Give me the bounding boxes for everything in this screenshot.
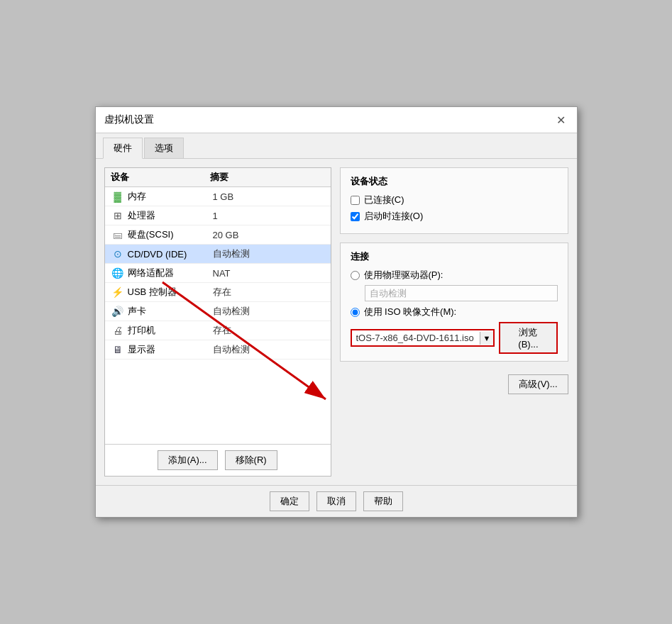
table-row[interactable]: 🖥 显示器 自动检测 <box>105 340 331 360</box>
table-row[interactable]: 🔊 声卡 自动检测 <box>105 302 331 321</box>
use-physical-label: 使用物理驱动器(P): <box>364 269 444 282</box>
iso-radio-row: 使用 ISO 映像文件(M): <box>351 306 558 318</box>
iso-file-row: ▼ 浏览(B)... <box>351 322 558 354</box>
device-summary-audio: 自动检测 <box>213 305 325 318</box>
col-header-summary: 摘要 <box>210 171 325 184</box>
hdd-icon: 🖴 <box>111 229 125 240</box>
connected-row: 已连接(C) <box>351 194 558 206</box>
table-row-cddvd[interactable]: ⊙ CD/DVD (IDE) 自动检测 <box>105 245 331 264</box>
device-name-display: 显示器 <box>128 343 213 356</box>
device-summary-cddvd: 自动检测 <box>213 247 325 260</box>
device-summary-printer: 存在 <box>213 324 325 337</box>
bottom-bar: 确定 取消 帮助 <box>96 485 577 517</box>
device-status-title: 设备状态 <box>351 175 558 188</box>
memory-icon: ▓ <box>111 191 125 202</box>
left-bottom-bar: 添加(A)... 移除(R) <box>105 444 331 476</box>
connection-section: 连接 使用物理驱动器(P): 自动检测 <box>340 243 568 362</box>
connect-on-start-row: 启动时连接(O) <box>351 210 558 223</box>
table-row[interactable]: ⊞ 处理器 1 <box>105 206 331 225</box>
device-summary-hdd: 20 GB <box>213 230 325 240</box>
device-name-usb: USB 控制器 <box>128 286 213 299</box>
device-table: 设备 摘要 ▓ 内存 1 GB ⊞ 处理器 1 <box>105 168 331 444</box>
table-row[interactable]: ⚡ USB 控制器 存在 <box>105 283 331 302</box>
cancel-button[interactable]: 取消 <box>316 491 356 511</box>
content-area: 设备 摘要 ▓ 内存 1 GB ⊞ 处理器 1 <box>96 159 577 485</box>
tab-options[interactable]: 选项 <box>144 138 184 158</box>
advanced-button[interactable]: 高级(V)... <box>508 374 568 394</box>
device-summary-display: 自动检测 <box>213 343 325 356</box>
connect-on-start-label: 启动时连接(O) <box>364 210 424 223</box>
device-summary-cpu: 1 <box>213 211 325 221</box>
device-name-net: 网络适配器 <box>128 267 213 279</box>
device-name-hdd: 硬盘(SCSI) <box>128 228 213 241</box>
tab-hardware[interactable]: 硬件 <box>103 138 143 159</box>
device-name-audio: 声卡 <box>128 305 213 318</box>
table-row[interactable]: 🌐 网络适配器 NAT <box>105 264 331 283</box>
remove-button[interactable]: 移除(R) <box>225 450 277 470</box>
display-icon: 🖥 <box>111 344 125 355</box>
table-row[interactable]: 🖴 硬盘(SCSI) 20 GB <box>105 225 331 245</box>
connection-title: 连接 <box>351 250 558 263</box>
physical-drive-dropdown[interactable]: 自动检测 <box>365 285 558 301</box>
connected-checkbox[interactable] <box>351 196 360 205</box>
dialog-title: 虚拟机设置 <box>104 113 154 126</box>
device-name-printer: 打印机 <box>128 324 213 337</box>
physical-dropdown-wrapper: 自动检测 <box>365 285 558 301</box>
use-physical-radio[interactable] <box>351 271 360 280</box>
usb-icon: ⚡ <box>111 286 125 298</box>
col-header-device: 设备 <box>111 171 210 184</box>
use-iso-radio[interactable] <box>351 308 360 317</box>
table-header: 设备 摘要 <box>105 168 331 187</box>
device-name-cddvd: CD/DVD (IDE) <box>128 249 213 260</box>
printer-icon: 🖨 <box>111 325 125 336</box>
help-button[interactable]: 帮助 <box>363 491 403 511</box>
add-button[interactable]: 添加(A)... <box>158 450 217 470</box>
browse-button[interactable]: 浏览(B)... <box>499 322 557 354</box>
physical-drive-row: 使用物理驱动器(P): <box>351 269 558 282</box>
cpu-icon: ⊞ <box>111 210 125 221</box>
device-summary-memory: 1 GB <box>213 191 325 202</box>
device-name-cpu: 处理器 <box>128 209 213 222</box>
advanced-row: 高级(V)... <box>340 374 568 394</box>
iso-input-wrapper: ▼ <box>351 329 495 347</box>
connect-on-start-checkbox[interactable] <box>351 212 360 221</box>
use-iso-label: 使用 ISO 映像文件(M): <box>364 306 457 318</box>
net-icon: 🌐 <box>111 267 125 279</box>
ok-button[interactable]: 确定 <box>270 491 309 511</box>
title-bar: 虚拟机设置 ✕ <box>96 107 577 133</box>
table-row[interactable]: ▓ 内存 1 GB <box>105 187 331 206</box>
connected-label: 已连接(C) <box>364 194 404 206</box>
tabs-bar: 硬件 选项 <box>96 133 577 159</box>
right-panel: 设备状态 已连接(C) 启动时连接(O) 连接 <box>340 167 568 477</box>
device-name-memory: 内存 <box>128 190 213 203</box>
table-row[interactable]: 🖨 打印机 存在 <box>105 321 331 340</box>
close-button[interactable]: ✕ <box>554 113 568 127</box>
audio-icon: 🔊 <box>111 306 125 317</box>
cd-icon: ⊙ <box>111 248 125 260</box>
device-summary-usb: 存在 <box>213 286 325 299</box>
iso-file-input[interactable] <box>352 330 480 345</box>
annotation-area <box>340 403 568 477</box>
device-summary-net: NAT <box>213 268 325 279</box>
device-status-section: 设备状态 已连接(C) 启动时连接(O) <box>340 167 568 234</box>
left-panel: 设备 摘要 ▓ 内存 1 GB ⊞ 处理器 1 <box>104 167 331 477</box>
iso-dropdown-button[interactable]: ▼ <box>480 332 494 345</box>
